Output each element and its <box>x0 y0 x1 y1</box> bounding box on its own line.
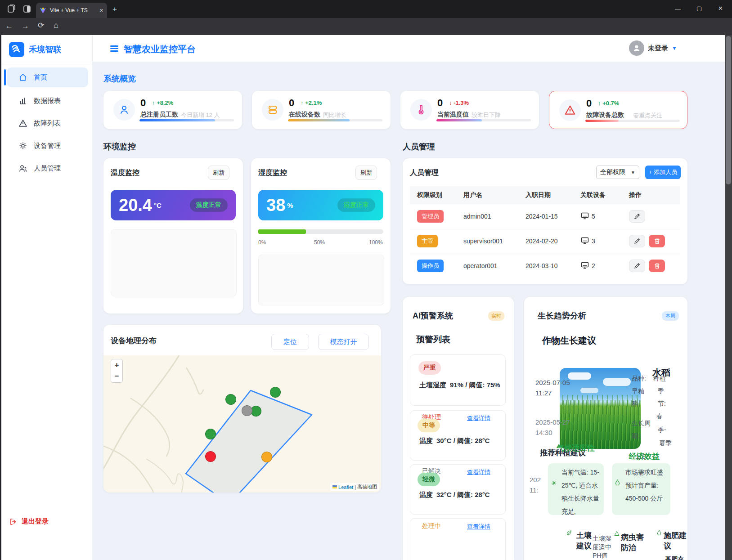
user-menu[interactable]: 未登录 ▼ <box>629 40 677 56</box>
hum-refresh-button[interactable]: 刷新 <box>355 166 377 180</box>
stat-label: 在线设备数 <box>289 111 320 119</box>
detail-fragment: 品种: <box>632 374 646 383</box>
detail-fragment: 夏季 <box>659 439 672 448</box>
alert-metric: 土壤湿度 <box>419 380 447 390</box>
filter-value: 全部权限 <box>600 168 625 176</box>
map-zoom-out-button[interactable]: − <box>111 371 123 383</box>
growth-card: 生长趋势分析 本周 作物生长建议 2025-07-0511:27 2025-05… <box>524 297 687 560</box>
monitor-icon <box>580 211 589 220</box>
brand: 禾境智联 <box>1 40 93 59</box>
window-maximize-button[interactable]: ▢ <box>696 5 702 12</box>
browser-toolbar: ← → ⟳ ⌂ localhost:5173/dashboard … <box>0 18 732 35</box>
monitor-icon <box>580 261 589 270</box>
alert-item[interactable]: 待处理 查看详情 中等 温度 30°C / 阈值: 28°C <box>410 410 506 461</box>
user-name: 未登录 <box>648 44 668 53</box>
logout-label: 退出登录 <box>22 517 49 526</box>
person-icon <box>113 99 135 121</box>
detail-fragment: 节: <box>658 399 666 408</box>
detail-fragment: 季 <box>658 387 664 395</box>
tab-actions-icon[interactable] <box>22 4 31 13</box>
map-zoom-in-button[interactable]: + <box>111 359 123 371</box>
back-button[interactable]: ← <box>5 22 13 30</box>
table-header: 权限级别 用户名 入职日期 关联设备 操作 <box>410 186 680 204</box>
role-badge: 管理员 <box>417 210 444 223</box>
device-marker[interactable] <box>261 452 272 462</box>
col-role: 权限级别 <box>417 191 442 199</box>
sidebar-item-label: 故障列表 <box>34 119 61 128</box>
open-modal-button[interactable]: 模态打开 <box>318 334 369 350</box>
timestamp: 2025-07-0511:27 <box>535 378 570 398</box>
stat-label: 故障设备总数 <box>586 111 624 119</box>
edit-button[interactable] <box>629 210 645 223</box>
role-badge: 操作员 <box>417 260 444 272</box>
ai-alerts-card: AI预警系统 实时 预警列表 严重 土壤湿度 91% / 阈值: 75% 待处理… <box>403 297 514 560</box>
view-detail-link[interactable]: 查看详情 <box>467 414 490 422</box>
role-badge: 主管 <box>417 235 438 247</box>
soil-text: 土壤湿度适中 PH值 <box>593 534 616 560</box>
alert-item[interactable]: 严重 土壤湿度 91% / 阈值: 75% <box>410 354 506 406</box>
forward-button[interactable]: → <box>22 22 29 30</box>
humidity-progress-fill <box>258 229 306 234</box>
new-tab-button[interactable]: + <box>112 5 117 13</box>
device-marker[interactable] <box>225 394 236 405</box>
hire-date: 2024-03-10 <box>525 262 558 269</box>
device-marker[interactable] <box>205 429 216 439</box>
map-layers <box>103 355 381 493</box>
locate-button[interactable]: 定位 <box>271 334 309 350</box>
stat-delta: ↑ +2.1% <box>301 99 322 106</box>
reload-button[interactable]: ⟳ <box>38 22 44 29</box>
bar-chart-icon <box>18 96 27 105</box>
edit-button[interactable] <box>629 235 645 247</box>
leaflet-map[interactable]: + − Leaflet | 高德地图 <box>103 355 381 493</box>
gear-icon <box>18 141 27 150</box>
provider-link[interactable]: 高德地图 <box>357 484 377 490</box>
workspaces-icon[interactable] <box>6 4 16 14</box>
humidity-banner: 38 % 湿度正常 <box>258 190 383 220</box>
col-date: 入职日期 <box>525 191 551 199</box>
sidebar-item-staff[interactable]: 人员管理 <box>7 158 88 178</box>
scrollbar-thumb[interactable] <box>726 36 731 184</box>
menu-toggle-icon[interactable] <box>110 44 118 53</box>
weekly-badge: 本周 <box>662 311 679 321</box>
stat-label: 总注册员工数 <box>140 111 178 119</box>
alerts-subtitle: 预警列表 <box>416 334 450 345</box>
stat-value: 0 <box>289 97 294 109</box>
view-detail-link[interactable]: 查看详情 <box>467 468 490 476</box>
window-close-button[interactable]: ✕ <box>718 5 723 12</box>
sidebar-item-label: 人员管理 <box>34 164 61 173</box>
hum-card-title: 湿度监控 <box>258 168 287 178</box>
device-marker[interactable] <box>270 387 281 398</box>
permission-filter-select[interactable]: 全部权限 ▼ <box>596 166 639 179</box>
home-button[interactable]: ⌂ <box>54 21 58 29</box>
tab-close-icon[interactable]: ✕ <box>99 8 103 13</box>
temperature-unit: °C <box>154 202 162 209</box>
env-heading: 环境监控 <box>103 141 136 152</box>
alert-item[interactable]: 处理中 查看详情 <box>410 518 506 560</box>
alert-item[interactable]: 已解决 查看详情 轻微 温度 32°C / 阈值: 28°C <box>410 464 506 515</box>
delete-button[interactable] <box>649 260 665 272</box>
timestamp: 20211: <box>530 475 541 495</box>
timestamp: 2025-05-2714:30 <box>535 417 570 438</box>
sidebar-item-devices[interactable]: 设备管理 <box>7 136 88 156</box>
logout-button[interactable]: 退出登录 <box>9 517 49 526</box>
detail-fragment: 种植 <box>653 374 666 383</box>
staff-card: 人员管理 全部权限 ▼ + 添加人员 权限级别 用户名 入职日期 关联设备 操作… <box>403 158 687 284</box>
add-staff-button[interactable]: + 添加人员 <box>645 166 681 179</box>
delete-button[interactable] <box>649 235 665 247</box>
page-title: 智慧农业监控平台 <box>124 43 196 55</box>
window-minimize-button[interactable]: — <box>675 5 681 12</box>
device-marker[interactable] <box>205 451 216 462</box>
sidebar-item-reports[interactable]: 数据报表 <box>7 91 88 111</box>
sidebar-item-faults[interactable]: 故障列表 <box>7 113 88 133</box>
col-devices: 关联设备 <box>580 191 606 199</box>
device-marker[interactable] <box>242 405 252 416</box>
temp-refresh-button[interactable]: 刷新 <box>208 166 229 180</box>
sidebar-item-label: 数据报表 <box>34 97 61 105</box>
browser-tab[interactable]: Vite + Vue + TS ✕ <box>36 3 107 18</box>
edit-button[interactable] <box>629 260 645 272</box>
view-detail-link[interactable]: 查看详情 <box>467 523 490 531</box>
leaflet-link[interactable]: Leaflet <box>338 484 353 490</box>
stat-sub: 同比增长 <box>323 111 346 119</box>
sidebar-item-home[interactable]: 首页 <box>7 67 88 87</box>
detail-fragment: 期: <box>632 432 640 440</box>
